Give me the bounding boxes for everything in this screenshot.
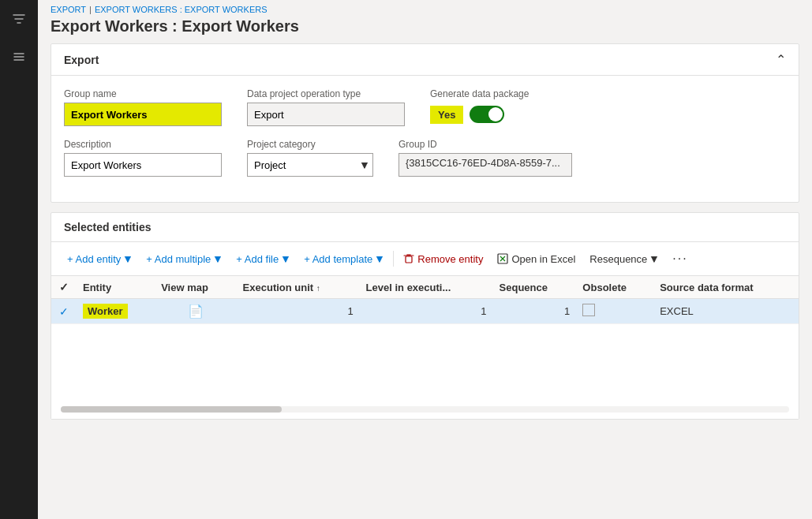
add-multiple-button[interactable]: + Add multiple ⯆ bbox=[140, 250, 228, 268]
form-row-1: Group name Data project operation type G… bbox=[64, 88, 786, 126]
col-view-map[interactable]: View map bbox=[155, 276, 236, 299]
row-view-map-cell[interactable]: 📄 bbox=[155, 299, 236, 324]
more-options-label: ··· bbox=[672, 252, 687, 266]
menu-icon[interactable] bbox=[6, 46, 32, 71]
svg-rect-0 bbox=[406, 256, 412, 263]
resequence-chevron-icon: ⯆ bbox=[650, 255, 658, 263]
export-card-title: Export bbox=[64, 54, 99, 66]
remove-entity-label: Remove entity bbox=[417, 253, 483, 265]
selected-entities-header: Selected entities bbox=[51, 213, 799, 242]
excel-icon bbox=[497, 253, 508, 264]
group-name-input[interactable] bbox=[64, 103, 222, 126]
resequence-label: Resequence bbox=[589, 253, 647, 265]
breadcrumb: EXPORT | EXPORT WORKERS : EXPORT WORKERS bbox=[38, 0, 812, 16]
group-name-field: Group name bbox=[64, 88, 222, 126]
toggle-container: Yes bbox=[430, 103, 529, 126]
sidebar bbox=[0, 0, 38, 519]
entity-table-container: ✓ Entity View map Execution unit ↑ Level… bbox=[51, 276, 799, 324]
row-sequence-cell: 1 bbox=[493, 299, 577, 324]
export-card-body: Group name Data project operation type G… bbox=[51, 76, 799, 202]
entity-name: Worker bbox=[83, 304, 128, 319]
toggle-knob bbox=[488, 107, 503, 121]
group-id-label: Group ID bbox=[399, 139, 572, 150]
row-checkmark: ✓ bbox=[59, 305, 69, 318]
table-row[interactable]: ✓ Worker 📄 1 1 1 bbox=[51, 299, 799, 324]
breadcrumb-export-workers-link[interactable]: EXPORT WORKERS : EXPORT WORKERS bbox=[95, 5, 268, 14]
breadcrumb-sep: | bbox=[89, 5, 92, 14]
content-area: Export ⌃ Group name Data project operati… bbox=[38, 43, 812, 519]
add-template-label: + Add template bbox=[304, 253, 372, 265]
selected-entities-title: Selected entities bbox=[64, 221, 152, 233]
view-map-icon[interactable]: 📄 bbox=[188, 304, 204, 318]
row-obsolete-cell[interactable] bbox=[576, 299, 653, 324]
scroll-bar-thumb[interactable] bbox=[61, 406, 282, 413]
toggle-switch[interactable] bbox=[470, 106, 504, 123]
trash-icon bbox=[403, 253, 414, 264]
group-id-value: {3815CC16-76ED-4D8A-8559-7... bbox=[399, 153, 572, 177]
col-sequence[interactable]: Sequence bbox=[493, 276, 577, 299]
export-card: Export ⌃ Group name Data project operati… bbox=[51, 43, 799, 203]
add-entity-chevron-icon: ⯆ bbox=[124, 255, 132, 263]
toggle-label: Yes bbox=[430, 106, 463, 124]
data-project-label: Data project operation type bbox=[247, 88, 405, 99]
description-field: Description bbox=[64, 139, 222, 177]
description-input[interactable] bbox=[64, 153, 222, 177]
generate-package-label: Generate data package bbox=[430, 88, 529, 99]
entity-table: ✓ Entity View map Execution unit ↑ Level… bbox=[51, 276, 799, 324]
add-file-button[interactable]: + Add file ⯆ bbox=[230, 250, 296, 268]
resequence-button[interactable]: Resequence ⯆ bbox=[583, 250, 664, 268]
description-label: Description bbox=[64, 139, 222, 150]
add-template-chevron-icon: ⯆ bbox=[376, 255, 384, 263]
export-card-header: Export ⌃ bbox=[51, 44, 799, 76]
toolbar: + Add entity ⯆ + Add multiple ⯆ + Add fi… bbox=[51, 242, 799, 276]
add-multiple-label: + Add multiple bbox=[146, 253, 211, 265]
add-entity-label: + Add entity bbox=[67, 253, 121, 265]
project-category-field: Project category Project ⯆ bbox=[247, 139, 373, 177]
remove-entity-button[interactable]: Remove entity bbox=[397, 250, 489, 268]
table-header-row: ✓ Entity View map Execution unit ↑ Level… bbox=[51, 276, 799, 299]
col-entity[interactable]: Entity bbox=[77, 276, 155, 299]
col-obsolete[interactable]: Obsolete bbox=[576, 276, 653, 299]
data-project-field: Data project operation type bbox=[247, 88, 405, 126]
row-execution-unit-cell: 1 bbox=[237, 299, 360, 324]
row-check-cell[interactable]: ✓ bbox=[51, 299, 77, 324]
add-file-chevron-icon: ⯆ bbox=[282, 255, 290, 263]
row-source-format-cell: EXCEL bbox=[653, 299, 799, 324]
breadcrumb-export-link[interactable]: EXPORT bbox=[51, 5, 86, 14]
sort-up-icon: ↑ bbox=[316, 284, 320, 293]
toolbar-separator-1 bbox=[393, 251, 394, 267]
project-category-select[interactable]: Project bbox=[247, 153, 373, 177]
scroll-bar-track[interactable] bbox=[61, 406, 789, 413]
project-category-label: Project category bbox=[247, 139, 373, 150]
group-id-field: Group ID {3815CC16-76ED-4D8A-8559-7... bbox=[399, 139, 572, 177]
open-excel-label: Open in Excel bbox=[511, 253, 575, 265]
group-name-label: Group name bbox=[64, 88, 222, 99]
data-project-input bbox=[247, 103, 405, 126]
open-excel-button[interactable]: Open in Excel bbox=[491, 250, 582, 268]
selected-entities-card: Selected entities + Add entity ⯆ + Add m… bbox=[51, 212, 799, 420]
page-title: Export Workers : Export Workers bbox=[38, 16, 812, 43]
filter-icon[interactable] bbox=[6, 8, 32, 33]
col-execution-unit[interactable]: Execution unit ↑ bbox=[237, 276, 360, 299]
project-category-select-wrapper: Project ⯆ bbox=[247, 153, 373, 177]
obsolete-checkbox[interactable] bbox=[582, 304, 595, 316]
collapse-button[interactable]: ⌃ bbox=[776, 52, 786, 67]
col-check: ✓ bbox=[51, 276, 77, 299]
add-entity-button[interactable]: + Add entity ⯆ bbox=[61, 250, 138, 268]
add-template-button[interactable]: + Add template ⯆ bbox=[297, 250, 390, 268]
row-entity-cell: Worker bbox=[77, 299, 155, 324]
more-options-button[interactable]: ··· bbox=[666, 248, 694, 269]
add-file-label: + Add file bbox=[236, 253, 279, 265]
form-row-2: Description Project category Project ⯆ bbox=[64, 139, 786, 177]
scroll-bar-container bbox=[51, 403, 799, 419]
table-empty-space bbox=[51, 324, 799, 403]
col-level[interactable]: Level in executi... bbox=[360, 276, 493, 299]
main-content: EXPORT | EXPORT WORKERS : EXPORT WORKERS… bbox=[38, 0, 812, 519]
generate-package-field: Generate data package Yes bbox=[430, 88, 529, 126]
add-multiple-chevron-icon: ⯆ bbox=[214, 255, 222, 263]
row-level-cell: 1 bbox=[360, 299, 493, 324]
col-source-format[interactable]: Source data format bbox=[653, 276, 799, 299]
